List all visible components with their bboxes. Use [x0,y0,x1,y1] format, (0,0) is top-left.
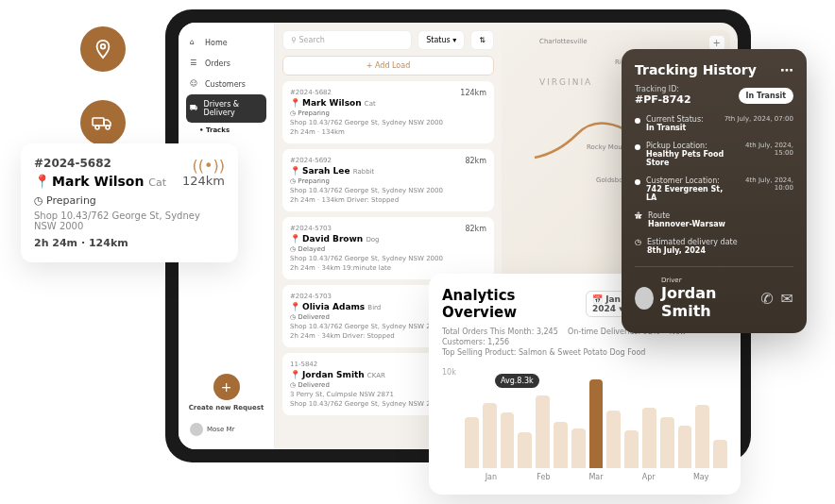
meta: 2h 24m · 124km [34,237,225,249]
truck-small-icon: ⛟ [190,104,198,113]
bar[interactable] [501,412,515,468]
home-icon: ⌂ [190,38,199,47]
tracking-step: Current Status:In Transit7th July, 2024,… [635,115,793,132]
signal-icon: ((•)) [193,157,225,175]
svg-point-2 [95,126,99,129]
bar[interactable] [606,411,621,468]
create-request-button[interactable]: + [213,374,240,400]
phone-icon[interactable]: ✆ [760,290,773,308]
distance: 124km [182,174,225,188]
orders-icon: ☰ [190,59,199,68]
bar[interactable] [589,379,604,467]
create-request-label: Create new Request [186,404,266,412]
bar[interactable] [536,395,550,467]
tracking-history-panel: Tracking History⋯ Tracking ID: #PF-8742 … [622,49,807,333]
pin-icon [80,26,126,72]
bar[interactable] [695,405,709,468]
bar[interactable] [642,408,656,468]
analytics-title: Analytics Overview [442,287,586,321]
bar[interactable] [624,430,639,467]
pin-small-icon: 📍 [34,174,50,189]
bar[interactable] [678,426,692,467]
bar[interactable] [483,403,497,468]
customers-icon: ☺ [190,79,199,89]
status-filter[interactable]: Status ▾ [418,30,465,50]
order-card[interactable]: #2024-5682124km📍Mark Wilson Cat◷ Prepari… [282,81,494,143]
bar[interactable] [465,417,479,468]
driver-avatar [635,287,654,310]
svg-rect-1 [93,118,104,126]
nav-drivers[interactable]: ⛟Drivers & Delivery [186,94,266,123]
tracking-step: Pickup Location:Healthy Pets Food Store4… [635,142,793,167]
chat-icon[interactable]: ✉ [781,290,793,308]
bar-chart: 10k Avg.8.3k JanFebMarAprMay [442,368,727,481]
add-load-button[interactable]: + Add Load [282,56,494,76]
route-icon: 🛣 [635,211,642,228]
bar[interactable] [554,422,568,468]
order-card[interactable]: #2024-570382km📍David Brown Dog◷ DelayedS… [282,217,494,279]
sort-button[interactable]: ⇅ [470,30,494,50]
bar[interactable] [571,428,586,467]
zoom-in-button[interactable]: + [709,36,724,50]
bar[interactable] [660,417,674,468]
address: Shop 10.43/762 George St, Sydney NSW 200… [34,210,225,231]
nav-orders[interactable]: ☰Orders [186,53,266,74]
order-card[interactable]: #2024-569282km📍Sarah Lee Rabbit◷ Prepari… [282,149,494,211]
more-icon[interactable]: ⋯ [780,62,793,77]
avatar [190,423,203,436]
nav-home[interactable]: ⌂Home [186,32,266,53]
truck-icon [80,100,126,145]
status: ◷ Preparing [34,194,225,207]
status-pill: In Transit [739,88,793,104]
svg-point-3 [106,126,110,129]
user-chip[interactable]: Mose Mr [186,419,266,440]
svg-point-0 [101,44,106,49]
clock-icon: ◷ [635,238,641,255]
order-card-featured[interactable]: #2024-5682 ((•)) 📍Mark Wilson Cat 124km … [21,143,238,262]
nav-tracks[interactable]: • Tracks [186,123,266,138]
search-input[interactable]: ⚲ Search [282,30,412,50]
nav-customers[interactable]: ☺Customers [186,74,266,94]
bar[interactable] [713,440,727,467]
bar[interactable] [518,432,532,467]
tracking-step: Customer Location:742 Evergreen St, LA4t… [635,176,793,202]
